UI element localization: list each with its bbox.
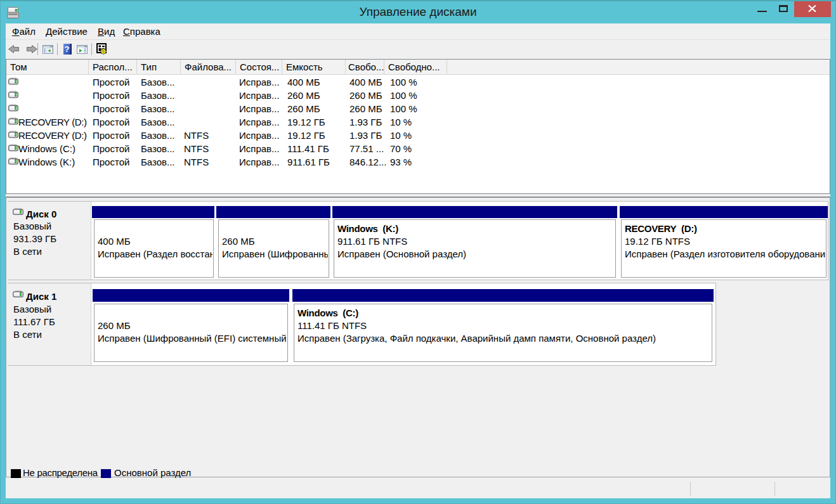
svg-text:?: ?	[65, 44, 70, 54]
